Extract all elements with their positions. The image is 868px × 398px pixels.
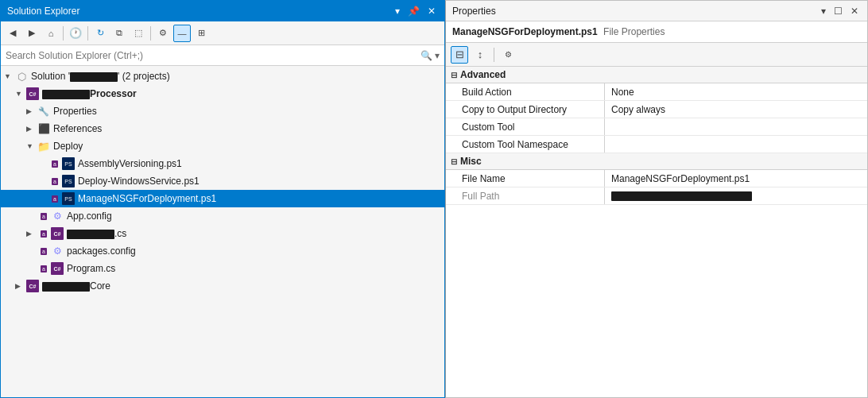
full-path-value [605,187,867,204]
history-button[interactable]: 🕐 [67,25,84,42]
assemblyversioningps1-label: AssemblyVersioning.ps1 [78,158,182,169]
titlebar-close[interactable]: ✕ [425,6,438,17]
custom-tool-value [605,118,867,135]
alpha-view-button[interactable]: ↕ [471,46,489,64]
properties-file-label: File Properties [603,26,665,37]
back-button[interactable]: ◀ [4,25,21,42]
misc-collapse-icon: ⊟ [451,157,457,166]
references-label: References [53,123,102,134]
customcs-icon: C# [51,227,64,240]
project2-expand-arrow: ▶ [15,282,26,290]
project2-name-blackout [42,282,90,292]
solution-explorer-title: Solution Explorer [7,6,79,17]
properties-filename-bar: ManageNSGForDeployment.ps1 File Properti… [446,21,867,43]
properties-title: Properties [452,6,496,17]
props-row-full-path[interactable]: Full Path [446,187,867,205]
tree-item-project1[interactable]: ▼ C# Processor [1,85,444,102]
custom-tool-key: Custom Tool [446,118,605,135]
full-path-key: Full Path [446,187,605,204]
deploywindowsps1-icon: PS [62,175,75,187]
deploy-label: Deploy [53,141,83,152]
tree-item-deploy[interactable]: ▼ 📁 Deploy [1,137,444,155]
properties-grid: ⊟ Advanced Build Action None Copy to Out… [446,67,867,397]
build-action-value: None [605,83,867,100]
copy-to-output-key: Copy to Output Directory [446,101,605,118]
filename-key: File Name [446,170,605,187]
titlebar-dropdown[interactable]: ▾ [393,6,402,17]
advanced-section-label: Advanced [460,69,506,80]
tree-item-customcs[interactable]: ▶ a C# .cs [1,225,444,242]
references-expand-arrow: ▶ [26,125,37,133]
properties-titlebar: Properties ▾ ☐ ✕ [446,1,867,21]
tree-item-references[interactable]: ▶ ⬛ References [1,120,444,137]
settings-button[interactable]: ⚙ [154,25,172,42]
programcs-cs-badge: a [37,262,50,275]
search-input[interactable] [6,50,420,61]
tree-item-packagesconfig[interactable]: ▶ a ⚙ packages.config [1,242,444,260]
search-icon[interactable]: 🔍 ▾ [420,50,440,61]
toolbar-sep3 [150,26,151,41]
deploywindowsps1-cs-badge: a [48,175,61,187]
solution-tree: ▼ ⬡ Solution ' ' (2 projects) ▼ C# Proce… [1,66,444,397]
assemblyversioningps1-cs-badge: a [48,157,61,170]
props-titlebar-restore[interactable]: ☐ [831,6,845,17]
appconfig-icon: ⚙ [51,210,64,222]
properties-filename: ManageNSGForDeployment.ps1 [452,26,598,37]
misc-section-label: Misc [460,156,482,167]
props-row-custom-tool-namespace[interactable]: Custom Tool Namespace [446,136,867,153]
appconfig-label: App.config [67,211,112,222]
search-bar: 🔍 ▾ [1,45,444,66]
props-row-filename[interactable]: File Name ManageNSGForDeployment.ps1 [446,170,867,187]
build-action-key: Build Action [446,83,605,100]
advanced-collapse-icon: ⊟ [451,71,457,79]
tree-item-project2[interactable]: ▶ C# Core [1,277,444,295]
solution-explorer-panel: Solution Explorer ▾ 📌 ✕ ◀ ▶ ⌂ 🕐 ↻ ⧉ ⬚ ⚙ … [0,0,445,398]
solution-expand-arrow: ▼ [4,72,15,80]
property-pages-button[interactable]: ⚙ [499,46,517,64]
managensgps1-cs-badge: a [48,192,61,205]
home-button[interactable]: ⌂ [42,25,60,42]
solution-explorer-titlebar: Solution Explorer ▾ 📌 ✕ [1,1,444,21]
tree-item-managensgps1[interactable]: ▶ a PS ManageNSGForDeployment.ps1 [1,190,444,207]
sync-button[interactable]: ↻ [91,25,109,42]
packagesconfig-cs-badge: a [37,245,50,257]
deploy-folder-icon: 📁 [37,140,50,153]
titlebar-controls: ▾ 📌 ✕ [393,6,438,17]
props-row-copy-to-output[interactable]: Copy to Output Directory Copy always [446,101,867,118]
filename-value: ManageNSGForDeployment.ps1 [605,170,867,187]
minimize-button[interactable]: — [173,25,191,42]
properties-panel: Properties ▾ ☐ ✕ ManageNSGForDeployment.… [445,0,868,398]
advanced-section-header[interactable]: ⊟ Advanced [446,67,867,83]
references-icon: ⬛ [37,122,50,135]
appconfig-cs-badge: a [37,210,50,222]
project1-expand-arrow: ▼ [15,90,26,98]
tree-item-solution[interactable]: ▼ ⬡ Solution ' ' (2 projects) [1,68,444,85]
project2-cs-icon: C# [26,280,39,292]
toolbar-sep2 [87,26,88,41]
props-row-build-action[interactable]: Build Action None [446,83,867,101]
new-window-button[interactable]: ⬚ [130,25,147,42]
forward-button[interactable]: ▶ [23,25,41,42]
project1-cs-icon: C# [26,87,39,100]
window-button[interactable]: ⧉ [110,25,128,42]
programcs-icon: C# [51,262,64,275]
filter-button[interactable]: ⊞ [192,25,210,42]
toolbar-sep1 [63,26,64,41]
misc-section-header[interactable]: ⊟ Misc [446,153,867,170]
titlebar-pin[interactable]: 📌 [405,6,422,17]
props-titlebar-controls: ▾ ☐ ✕ [819,6,861,17]
props-toolbar-sep [494,48,494,62]
tree-item-properties[interactable]: ▶ 🔧 Properties [1,102,444,120]
tree-item-appconfig[interactable]: ▶ a ⚙ App.config [1,207,444,225]
assemblyversioningps1-icon: PS [62,157,75,170]
tree-item-deploywindowsps1[interactable]: ▶ a PS Deploy-WindowsService.ps1 [1,172,444,190]
solution-icon: ⬡ [15,70,28,83]
props-titlebar-dropdown[interactable]: ▾ [819,6,828,17]
properties-expand-arrow: ▶ [26,107,37,115]
tree-item-programcs[interactable]: ▶ a C# Program.cs [1,260,444,277]
category-view-button[interactable]: ⊟ [451,46,468,64]
packagesconfig-icon: ⚙ [51,245,64,257]
props-titlebar-close[interactable]: ✕ [848,6,861,17]
props-row-custom-tool[interactable]: Custom Tool [446,118,867,136]
tree-item-assemblyversioningps1[interactable]: ▶ a PS AssemblyVersioning.ps1 [1,155,444,172]
